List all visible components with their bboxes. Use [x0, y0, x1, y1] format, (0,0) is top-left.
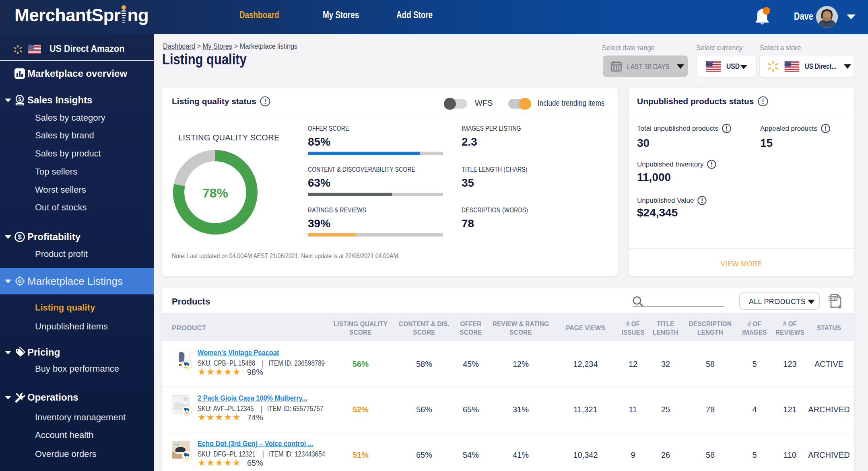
svg-text:WFS: WFS [184, 366, 190, 369]
svg-text:$: $ [18, 96, 21, 102]
svg-text:ATS: ATS [185, 457, 189, 460]
svg-text:CSV: CSV [829, 296, 837, 301]
svg-text:$: $ [18, 233, 22, 241]
svg-text:ATS: ATS [185, 412, 189, 414]
